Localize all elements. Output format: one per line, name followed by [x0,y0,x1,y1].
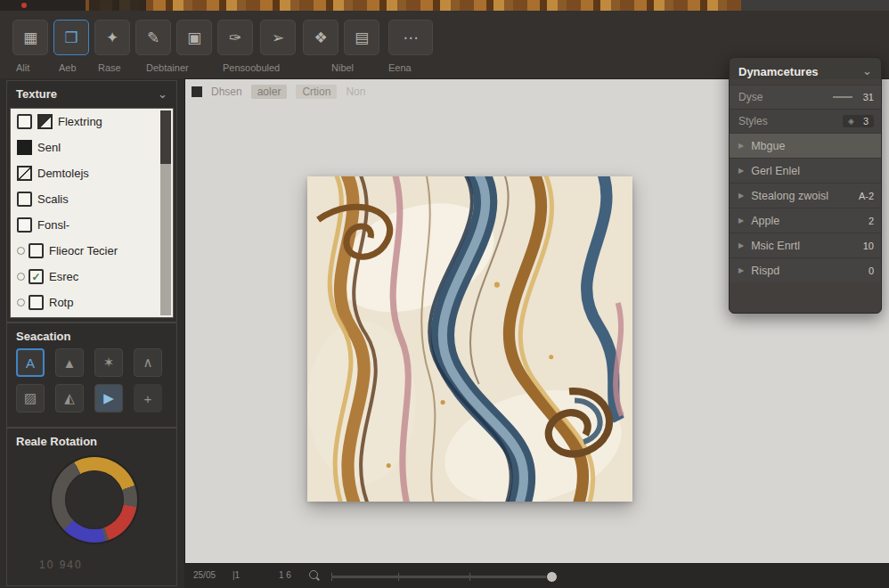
texture-panel: Texture ⌄ Flextring Senl Demtolejs Scali… [6,80,177,323]
titlebar-right-block [741,0,889,11]
group-label: Gerl Enlel [751,165,869,177]
add-tool-button[interactable]: + [134,384,162,412]
expand-arrow-icon[interactable]: ▶ [738,216,744,225]
titlebar-left-block [0,0,86,11]
list-item[interactable]: Flieocr Tecier [11,238,173,264]
group-label: Msic Enrtl [751,240,858,252]
list-item-label: Scalis [37,192,69,206]
group-row[interactable]: ▶ Apple 2 [730,208,881,233]
checkbox[interactable] [17,217,32,233]
list-item[interactable]: Scalis [11,186,173,212]
left-sidebar: Texture ⌄ Flextring Senl Demtolejs Scali… [0,78,185,588]
checkbox[interactable] [29,243,44,258]
selection-panel-header: Seacation [7,323,176,347]
marble-artwork-svg [307,176,632,502]
cube-tool-button[interactable]: ❒ [53,20,89,55]
group-row[interactable]: ▶ Rispd 0 [730,257,881,282]
canvas-tab[interactable]: Crtion [296,85,337,99]
list-item[interactable]: Fonsl- [11,212,173,238]
canvas-tab[interactable]: Non [346,86,365,98]
checkbox[interactable] [17,114,32,129]
filled-swatch-icon [17,140,32,155]
checkbox[interactable] [29,295,44,310]
group-row[interactable]: ▶ Mbgue [730,133,881,158]
group-label: Rispd [751,265,863,277]
group-label: Stealong zwoisl [751,190,853,202]
group-row[interactable]: ▶ Msic Enrtl 10 [730,233,881,257]
list-item[interactable]: ✓ Esrec [11,264,173,290]
timeline-slider-handle[interactable] [546,571,558,583]
wood-texture-banner [86,0,741,11]
titlebar [0,0,889,11]
expand-arrow-icon[interactable]: ▶ [738,167,744,175]
expand-arrow-icon[interactable]: ▶ [738,266,744,274]
canvas-tab-bar: Dhsen aoler Crtion Non [192,85,365,99]
timeline-slider-track[interactable] [331,576,554,578]
scrollbar[interactable] [160,110,171,315]
paint-tool-button[interactable]: ✦ [94,20,130,55]
cursor-tool-button[interactable]: ▲ [55,348,84,377]
list-item[interactable]: Rotp [11,290,173,315]
texture-panel-header[interactable]: Texture ⌄ [7,81,176,104]
expand-arrow-icon[interactable]: ▶ [738,142,744,150]
rotation-dial-hole [65,470,124,529]
status-mid-text: 1 6 [279,570,291,580]
terrain-tool-button[interactable]: ◭ [55,384,84,412]
star-tool-button[interactable]: ✶ [94,348,123,377]
list-item-label: Senl [37,141,61,154]
bullet-circle-icon [17,247,25,255]
list-item[interactable]: Demtolejs [11,160,173,186]
rotation-value: 10 940 [39,559,83,571]
property-row[interactable]: Styles ◈ 3 [730,109,881,133]
group-label: Apple [751,215,863,227]
record-dot-icon [21,3,27,8]
wand-tool-button[interactable]: ➢ [260,20,296,55]
group-value: 10 [863,241,874,251]
zoom-icon[interactable] [309,570,318,579]
chevron-down-icon[interactable]: ⌄ [862,68,872,75]
group-row[interactable]: ▶ Stealong zwoisl A-2 [730,183,881,208]
layers-tool-button[interactable]: ▤ [344,20,379,55]
canvas-tab[interactable]: Dhsen [211,86,242,98]
expand-arrow-icon[interactable]: ▶ [738,241,744,249]
region-icon: ▨ [24,390,37,406]
more-tools-button[interactable]: ⋯ [388,20,433,55]
text-tool-button[interactable]: A [16,348,45,377]
checkbox[interactable] [17,192,32,207]
mini-slider-icon[interactable] [833,96,852,98]
titlebar-tab[interactable] [89,0,146,11]
marble-artwork-image[interactable] [307,176,632,502]
styles-chip[interactable]: ◈ 3 [843,115,874,127]
toolbar-label: Aeb [59,62,77,73]
list-item-label: Flextring [58,115,102,128]
chevron-tool-button[interactable]: ∧ [134,348,162,377]
rotation-dial-wrap [52,457,137,543]
list-item[interactable]: Senl [11,135,173,160]
toolbar-label: Nibel [331,62,354,73]
wand-icon: ➢ [272,29,284,47]
list-item[interactable]: Flextring [11,109,173,135]
list-item-label: Fonsl- [37,218,69,232]
frame-tool-button[interactable]: ▣ [176,20,212,55]
canvas-tab[interactable]: aoler [251,85,288,99]
gem-tool-button[interactable]: ❖ [303,20,338,55]
checkbox-checked[interactable]: ✓ [29,269,44,284]
toolbar-label: Pensoobuled [223,62,280,73]
scrollbar-thumb[interactable] [160,110,171,164]
vector-icon: ✑ [229,29,241,47]
region-tool-button[interactable]: ▨ [16,384,45,412]
play-tool-button[interactable]: ▶ [94,384,123,412]
terrain-icon: ◭ [64,390,75,406]
property-row[interactable]: Dyse 31 [730,85,881,109]
group-row[interactable]: ▶ Gerl Enlel [730,158,881,183]
grid-tool-button[interactable]: ▦ [12,20,48,55]
expand-arrow-icon[interactable]: ▶ [738,192,744,200]
check-icon: ✓ [31,271,40,283]
vector-tool-button[interactable]: ✑ [217,20,253,55]
rotation-panel-header: Reale Rotation [7,429,176,452]
chevron-down-icon[interactable]: ⌄ [158,91,167,98]
group-label: Mbgue [751,140,869,152]
brush-tool-button[interactable]: ✎ [135,20,171,55]
dynamics-panel-header[interactable]: Dynamcetures ⌄ [730,58,881,85]
rotation-panel: Reale Rotation 10 940 [6,428,177,586]
